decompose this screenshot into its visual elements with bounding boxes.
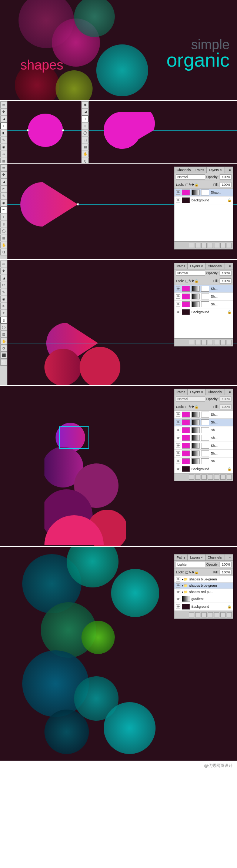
tool-marquee-icon[interactable]: ▭ <box>0 101 7 108</box>
folder-icon[interactable]: ▸📁 <box>182 590 188 594</box>
mask-icon[interactable] <box>201 340 207 345</box>
visibility-icon[interactable]: 👁 <box>176 577 180 582</box>
lock-icons[interactable]: ▢✎✥🔒 <box>185 405 198 409</box>
panel-menu-icon[interactable]: ≡ <box>227 389 233 395</box>
visibility-icon[interactable]: 👁 <box>176 294 180 299</box>
new-icon[interactable] <box>220 340 226 345</box>
fx-icon[interactable] <box>195 612 200 617</box>
tool-zoom-icon[interactable]: Q <box>82 158 89 163</box>
visibility-icon[interactable]: 👁 <box>176 412 180 417</box>
tab-channels[interactable]: Channels <box>206 554 224 560</box>
tool-icon[interactable]: T <box>0 310 7 316</box>
tool-hand-icon[interactable]: ✋ <box>82 151 89 157</box>
lock-icons[interactable]: ▢✎✥🔒 <box>185 279 198 283</box>
tab-layers[interactable]: Layers × <box>188 389 206 395</box>
folder-icon[interactable] <box>208 340 213 345</box>
tool-icon[interactable]: ◉ <box>0 296 7 302</box>
trash-icon[interactable] <box>227 475 232 480</box>
tool-path-icon[interactable]: ▯ <box>0 317 7 324</box>
tool-gradient-icon[interactable]: ▤ <box>82 144 89 150</box>
tab-layers[interactable]: Layers × <box>207 167 224 173</box>
tool-lasso-icon[interactable]: ◢ <box>0 115 7 122</box>
trash-icon[interactable] <box>227 243 232 248</box>
layer-row[interactable]: 👁gradient <box>174 595 233 603</box>
layer-row[interactable]: 👁Background🔒 <box>174 603 233 611</box>
canvas-4[interactable]: Paths Layers × Channels ≡ NormalOpacity:… <box>0 386 237 546</box>
new-icon[interactable] <box>220 612 226 617</box>
visibility-icon[interactable]: 👁 <box>176 190 180 195</box>
tool-icon[interactable]: Q <box>0 249 7 255</box>
layer-row[interactable]: 👁Sh... <box>174 411 233 419</box>
tool-icon[interactable]: ✂ <box>0 282 7 288</box>
visibility-icon[interactable]: 👁 <box>176 286 180 291</box>
tab-layers[interactable]: Layers × <box>188 554 206 560</box>
folder-icon[interactable] <box>208 243 213 248</box>
panel-menu-icon[interactable]: ≡ <box>227 554 233 560</box>
adjust-icon[interactable] <box>214 475 219 480</box>
layer-row[interactable]: 👁Background🔒 <box>174 465 233 473</box>
tool-rect-icon[interactable]: ⬚ <box>82 137 89 143</box>
visibility-icon[interactable]: 👁 <box>176 436 180 440</box>
adjust-icon[interactable] <box>214 243 219 248</box>
layer-row[interactable]: 👁Sh... <box>174 419 233 426</box>
blend-mode-select[interactable]: Normal <box>176 396 205 402</box>
folder-icon[interactable] <box>208 612 213 617</box>
folder-icon[interactable]: ▸📁 <box>182 584 188 587</box>
tool-ellipse-icon[interactable]: ◯ <box>82 130 89 136</box>
tool-icon[interactable]: ◯ <box>0 228 7 234</box>
layer-row[interactable]: 👁Sh... <box>174 450 233 458</box>
tab-channels[interactable]: Channels <box>206 263 224 269</box>
visibility-icon[interactable]: 👁 <box>176 310 180 314</box>
tool-icon[interactable]: Q <box>0 345 7 352</box>
panel-menu-icon[interactable]: ≡ <box>227 263 233 269</box>
lock-icons[interactable]: ▢✎✥🔒 <box>185 570 198 574</box>
tool-icon[interactable]: ✒ <box>0 303 7 309</box>
layer-row[interactable]: 👁Sh... <box>174 434 233 442</box>
canvas-3[interactable]: Paths Layers × Channels ≡ NormalOpacity:… <box>7 260 237 385</box>
mask-icon[interactable] <box>201 612 207 617</box>
tab-paths[interactable]: Paths <box>193 167 207 173</box>
tool-pen-icon[interactable]: ◢ <box>82 108 89 115</box>
tool-icon[interactable]: ⬛ <box>0 352 7 359</box>
layer-row[interactable]: 👁Sh... <box>174 285 233 293</box>
blend-mode-select[interactable]: Lighten <box>176 562 205 567</box>
tool-icon[interactable]: ✎ <box>0 192 7 199</box>
visibility-icon[interactable]: 👁 <box>176 420 180 425</box>
tab-layers[interactable]: Layers × <box>188 263 206 269</box>
transform-bbox[interactable] <box>59 426 89 449</box>
blend-mode-select[interactable]: Normal <box>176 271 205 276</box>
panel-menu-icon[interactable]: ≡ <box>227 167 233 173</box>
new-icon[interactable] <box>220 243 226 248</box>
tool-icon[interactable]: ◢ <box>0 275 7 281</box>
tab-paths[interactable]: Paths <box>174 554 188 560</box>
layer-row[interactable]: 👁Sh... <box>174 301 233 308</box>
blend-mode-select[interactable]: Normal <box>176 174 205 180</box>
visibility-icon[interactable]: 👁 <box>176 459 180 463</box>
tool-icon[interactable]: ▭ <box>0 261 7 267</box>
tool-pen-icon[interactable]: ✒ <box>0 207 7 213</box>
layer-row[interactable]: 👁▸📁shapes blue-green <box>174 583 233 589</box>
tool-move-icon[interactable]: ✥ <box>0 108 7 115</box>
fx-icon[interactable] <box>195 243 200 248</box>
fill-input[interactable]: 100% <box>220 570 231 575</box>
tab-channels[interactable]: Channels <box>206 389 224 395</box>
tool-type2-icon[interactable]: T <box>82 115 89 122</box>
new-icon[interactable] <box>220 475 226 480</box>
mask-icon[interactable] <box>201 243 207 248</box>
tab-paths[interactable]: Paths <box>174 263 188 269</box>
fill-input[interactable]: 100% <box>220 404 231 409</box>
tool-icon[interactable]: ◢ <box>0 178 7 185</box>
fx-icon[interactable] <box>195 475 200 480</box>
tool-icon[interactable]: ✎ <box>0 289 7 295</box>
visibility-icon[interactable]: 👁 <box>176 198 180 202</box>
fill-input[interactable]: 100% <box>220 182 231 187</box>
fill-input[interactable]: 100% <box>220 278 231 284</box>
canvas-2[interactable]: Channels Paths Layers × ≡ Normal Opacity… <box>7 164 237 259</box>
layer-row[interactable]: 👁Background🔒 <box>174 197 233 204</box>
link-icon[interactable] <box>189 243 194 248</box>
layer-row[interactable]: 👁▸📁shapes red-pu... <box>174 589 233 595</box>
tool-icon[interactable]: ◉ <box>0 200 7 206</box>
tool-eye-icon[interactable]: ◉ <box>82 101 89 108</box>
canvas-1a[interactable] <box>7 101 81 163</box>
tab-channels[interactable]: Channels <box>174 167 193 173</box>
